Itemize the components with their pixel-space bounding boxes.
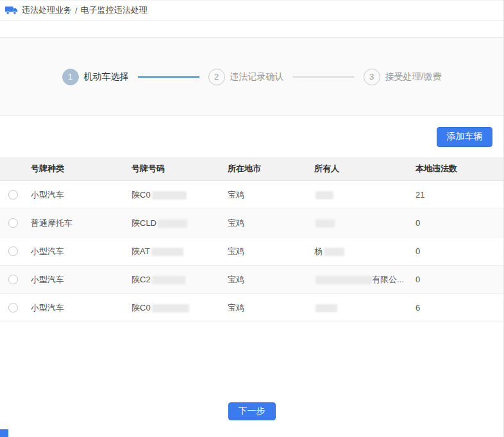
header-owner: 所有人 [314, 163, 416, 175]
header-city: 所在地市 [228, 163, 314, 175]
breadcrumb-separator: / [75, 6, 78, 15]
redacted-text [315, 276, 372, 284]
step-accept-payment: 3 接受处理/缴费 [364, 69, 442, 85]
next-step-button[interactable]: 下一步 [228, 402, 276, 420]
table-row[interactable]: 小型汽车 陕AT 宝鸡 杨 0 [0, 237, 503, 266]
stepper-panel: 1 机动车选择 2 违法记录确认 3 接受处理/缴费 [0, 37, 503, 116]
footer-actions: 下一步 [0, 402, 503, 420]
cell-plate-number: 陕C2 [131, 274, 228, 286]
cell-owner [314, 190, 416, 200]
step-vehicle-select: 1 机动车选择 [62, 69, 129, 85]
cell-violations: 0 [416, 275, 503, 284]
table-row[interactable]: 普通摩托车 陕CLD 宝鸡 0 [0, 209, 503, 237]
breadcrumb-current-page: 电子监控违法处理 [81, 4, 147, 16]
step-connector-2 [293, 76, 355, 78]
table-header-row: 号牌种类 号牌号码 所在地市 所有人 本地违法数 [0, 157, 503, 181]
redacted-text [315, 304, 337, 313]
row-5-radio[interactable] [8, 303, 18, 313]
row-2-radio[interactable] [8, 218, 18, 228]
cell-plate-type: 小型汽车 [31, 189, 131, 201]
step-2-label: 违法记录确认 [230, 71, 284, 83]
cell-owner [314, 303, 416, 313]
cell-plate-number: 陕C0 [131, 189, 228, 201]
redacted-text [152, 191, 187, 200]
breadcrumb-section[interactable]: 违法处理业务 [22, 4, 72, 16]
add-vehicle-button[interactable]: 添加车辆 [437, 127, 492, 147]
cell-violations: 0 [416, 246, 503, 256]
cell-city: 宝鸡 [228, 302, 314, 314]
violation-processing-page: 违法处理业务 / 电子监控违法处理 1 机动车选择 2 违法记录确认 3 接受处… [0, 0, 504, 437]
header-plate-type: 号牌种类 [31, 163, 131, 175]
redacted-text [324, 248, 344, 256]
cell-violations: 21 [416, 190, 503, 200]
cell-city: 宝鸡 [228, 246, 314, 257]
cell-owner: 有限公... [314, 274, 416, 286]
step-connector-1 [138, 76, 199, 78]
cell-city: 宝鸡 [228, 218, 314, 229]
redacted-text [152, 276, 185, 284]
header-plate-number: 号牌号码 [131, 163, 228, 175]
vehicle-table: 号牌种类 号牌号码 所在地市 所有人 本地违法数 小型汽车 陕C0 宝鸡 21 … [0, 157, 503, 322]
breadcrumb: 违法处理业务 / 电子监控违法处理 [0, 1, 503, 21]
redacted-text [315, 191, 333, 200]
row-3-radio[interactable] [8, 246, 18, 256]
cell-plate-number: 陕C0 [131, 302, 228, 314]
row-1-radio[interactable] [8, 190, 18, 200]
cell-plate-type: 小型汽车 [31, 302, 131, 314]
toolbar: 添加车辆 [0, 116, 503, 157]
cell-plate-type: 普通摩托车 [31, 218, 131, 229]
cell-owner [314, 218, 416, 228]
cell-plate-number: 陕AT [131, 246, 228, 257]
cell-violations: 6 [416, 303, 503, 313]
redacted-text [158, 219, 187, 228]
cell-violations: 0 [416, 218, 503, 228]
cell-plate-number: 陕CLD [131, 218, 228, 229]
step-3-label: 接受处理/缴费 [385, 71, 442, 83]
header-local-violations: 本地违法数 [416, 163, 503, 175]
table-row[interactable]: 小型汽车 陕C0 宝鸡 6 [0, 294, 503, 322]
row-4-radio[interactable] [8, 275, 18, 284]
table-row[interactable]: 小型汽车 陕C0 宝鸡 21 [0, 181, 503, 209]
cell-city: 宝鸡 [228, 274, 314, 286]
stepper: 1 机动车选择 2 违法记录确认 3 接受处理/缴费 [62, 69, 442, 85]
step-2-circle: 2 [208, 69, 225, 85]
step-3-circle: 3 [364, 69, 380, 85]
cell-city: 宝鸡 [228, 189, 314, 201]
cell-plate-type: 小型汽车 [31, 274, 131, 286]
vehicle-truck-icon [5, 5, 18, 15]
redacted-text [152, 304, 189, 313]
table-row[interactable]: 小型汽车 陕C2 宝鸡 有限公... 0 [0, 266, 503, 294]
redacted-text [315, 219, 335, 228]
redacted-text [151, 248, 183, 256]
corner-widget[interactable] [0, 429, 8, 437]
cell-plate-type: 小型汽车 [31, 246, 131, 257]
step-violation-confirm: 2 违法记录确认 [208, 69, 284, 85]
step-1-label: 机动车选择 [84, 71, 129, 83]
cell-owner: 杨 [314, 246, 416, 257]
step-1-circle: 1 [62, 69, 79, 85]
